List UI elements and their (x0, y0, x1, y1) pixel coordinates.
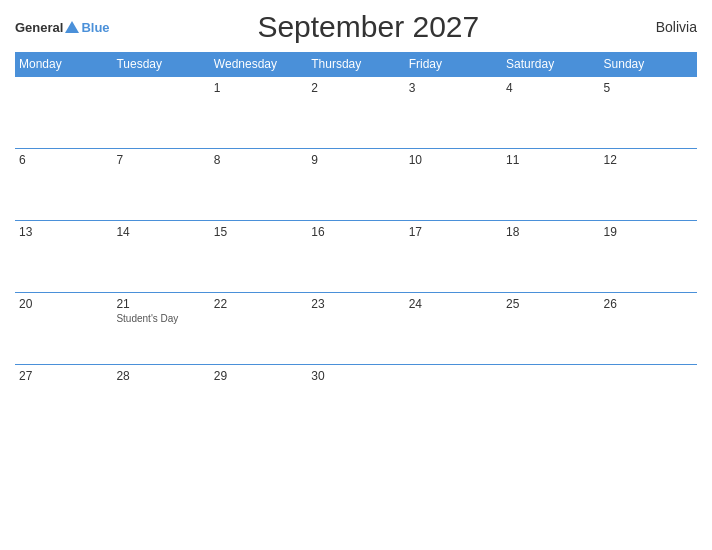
week-row-2: 6789101112 (15, 149, 697, 221)
calendar-header: General Blue September 2027 Bolivia (15, 10, 697, 44)
day-number: 13 (19, 225, 108, 239)
calendar-cell: 4 (502, 77, 599, 149)
day-number: 27 (19, 369, 108, 383)
day-number: 24 (409, 297, 498, 311)
country-label: Bolivia (627, 19, 697, 35)
calendar-table: MondayTuesdayWednesdayThursdayFridaySatu… (15, 52, 697, 437)
calendar-cell: 23 (307, 293, 404, 365)
day-number: 3 (409, 81, 498, 95)
calendar-cell: 18 (502, 221, 599, 293)
day-number: 1 (214, 81, 303, 95)
calendar-cell: 14 (112, 221, 209, 293)
logo-triangle-icon (65, 21, 79, 33)
weekday-header-thursday: Thursday (307, 52, 404, 77)
calendar-cell: 16 (307, 221, 404, 293)
calendar-cell: 15 (210, 221, 307, 293)
calendar-cell: 12 (600, 149, 697, 221)
day-number: 12 (604, 153, 693, 167)
calendar-cell: 7 (112, 149, 209, 221)
calendar-cell: 13 (15, 221, 112, 293)
calendar-cell: 30 (307, 365, 404, 437)
calendar-cell: 26 (600, 293, 697, 365)
day-number: 7 (116, 153, 205, 167)
calendar-cell: 22 (210, 293, 307, 365)
week-row-4: 2021Student's Day2223242526 (15, 293, 697, 365)
day-number: 25 (506, 297, 595, 311)
calendar-cell: 3 (405, 77, 502, 149)
calendar-cell (600, 365, 697, 437)
day-number: 9 (311, 153, 400, 167)
logo-blue-text: Blue (81, 20, 109, 35)
day-number: 14 (116, 225, 205, 239)
day-number: 20 (19, 297, 108, 311)
day-number: 28 (116, 369, 205, 383)
calendar-cell: 11 (502, 149, 599, 221)
day-number: 6 (19, 153, 108, 167)
calendar-cell: 5 (600, 77, 697, 149)
calendar-cell: 27 (15, 365, 112, 437)
day-number: 17 (409, 225, 498, 239)
calendar-cell: 6 (15, 149, 112, 221)
day-number: 23 (311, 297, 400, 311)
calendar-cell (112, 77, 209, 149)
day-number: 5 (604, 81, 693, 95)
weekday-header-sunday: Sunday (600, 52, 697, 77)
weekday-header-tuesday: Tuesday (112, 52, 209, 77)
event-label: Student's Day (116, 313, 205, 324)
day-number: 19 (604, 225, 693, 239)
calendar-cell: 2 (307, 77, 404, 149)
day-number: 30 (311, 369, 400, 383)
weekday-header-monday: Monday (15, 52, 112, 77)
weekday-header-row: MondayTuesdayWednesdayThursdayFridaySatu… (15, 52, 697, 77)
calendar-cell (502, 365, 599, 437)
day-number: 22 (214, 297, 303, 311)
day-number: 2 (311, 81, 400, 95)
week-row-5: 27282930 (15, 365, 697, 437)
weekday-header-saturday: Saturday (502, 52, 599, 77)
calendar-cell: 19 (600, 221, 697, 293)
calendar-cell: 29 (210, 365, 307, 437)
day-number: 29 (214, 369, 303, 383)
week-row-3: 13141516171819 (15, 221, 697, 293)
day-number: 26 (604, 297, 693, 311)
day-number: 8 (214, 153, 303, 167)
day-number: 21 (116, 297, 205, 311)
day-number: 18 (506, 225, 595, 239)
calendar-cell: 9 (307, 149, 404, 221)
calendar-cell: 20 (15, 293, 112, 365)
calendar-cell: 24 (405, 293, 502, 365)
calendar-cell: 10 (405, 149, 502, 221)
weekday-header-friday: Friday (405, 52, 502, 77)
day-number: 11 (506, 153, 595, 167)
week-row-1: 12345 (15, 77, 697, 149)
calendar-cell: 8 (210, 149, 307, 221)
calendar-cell: 21Student's Day (112, 293, 209, 365)
day-number: 16 (311, 225, 400, 239)
calendar-cell (405, 365, 502, 437)
day-number: 10 (409, 153, 498, 167)
day-number: 4 (506, 81, 595, 95)
calendar-cell: 28 (112, 365, 209, 437)
day-number: 15 (214, 225, 303, 239)
calendar-cell: 17 (405, 221, 502, 293)
weekday-header-wednesday: Wednesday (210, 52, 307, 77)
calendar-cell: 1 (210, 77, 307, 149)
calendar-cell (15, 77, 112, 149)
logo-general-text: General (15, 20, 63, 35)
month-title: September 2027 (110, 10, 627, 44)
calendar-container: General Blue September 2027 Bolivia Mond… (0, 0, 712, 550)
logo: General Blue (15, 20, 110, 35)
calendar-cell: 25 (502, 293, 599, 365)
